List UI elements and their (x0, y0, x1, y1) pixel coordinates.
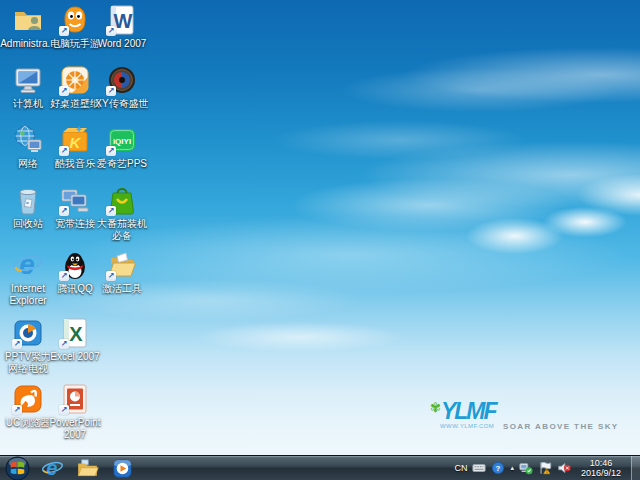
svg-text:e: e (46, 457, 57, 479)
clock-time: 10:46 (581, 458, 621, 468)
desktop-icon-word-2007[interactable]: W Word 2007 (99, 4, 145, 50)
svg-text:W: W (114, 10, 133, 32)
leaf-icon: ✾ (430, 400, 441, 415)
desktop-icon-tencent-qq[interactable]: 腾讯QQ (52, 249, 98, 295)
svg-text:iQIYI: iQIYI (113, 137, 131, 146)
action-center-flag-icon[interactable]: ! (538, 461, 552, 475)
icon-label: XY传奇盛世 (93, 98, 151, 110)
icon-label: 激活工具 (93, 283, 151, 295)
icon-label: Excel 2007 (46, 351, 104, 363)
desktop-icon-pptv[interactable]: PPTV聚力 网络电视 (5, 317, 51, 375)
desktop-icon-uc-browser[interactable]: UC浏览器 (5, 383, 51, 429)
word-document-icon: W (106, 4, 138, 36)
svg-text:K: K (70, 134, 82, 151)
folder-icon (76, 457, 99, 480)
taskbar-windows-explorer[interactable] (74, 456, 100, 480)
folder-user-icon (12, 4, 44, 36)
wallpaper-flower-icon (59, 64, 91, 96)
icon-label: 爱奇艺PPS (93, 158, 151, 170)
powerpoint-document-icon (59, 383, 91, 415)
icon-label: PowerPoint 2007 (46, 417, 104, 441)
desktop-icon-administrator-folder[interactable]: Administra... (5, 4, 51, 50)
desktop-icon-activation-tool[interactable]: 激活工具 (99, 249, 145, 295)
system-tray: CN ? ▴ ! 10:46 2016/9/12 (454, 456, 640, 480)
start-button[interactable] (5, 456, 30, 480)
desktop: Administra... 电脑玩手游 W Word 2007 计算机 好桌道壁… (0, 0, 640, 455)
taskbar-clock[interactable]: 10:46 2016/9/12 (576, 458, 626, 478)
language-indicator[interactable]: CN (454, 463, 467, 473)
desktop-icon-xy-legend-game[interactable]: XY传奇盛世 (99, 64, 145, 110)
taskbar-internet-explorer[interactable]: e (39, 456, 65, 480)
desktop-icon-game-monster[interactable]: 电脑玩手游 (52, 4, 98, 50)
green-bag-icon (106, 184, 138, 216)
broadband-monitors-icon (59, 184, 91, 216)
desktop-icon-haozhuodao-wallpaper[interactable]: 好桌道壁纸 (52, 64, 98, 110)
language-help-icon[interactable]: ? (491, 461, 505, 475)
desktop-icon-network[interactable]: 网络 (5, 124, 51, 170)
brand-text: YLMF (441, 398, 496, 424)
taskbar: e CN ? ▴ ! 10:46 2016/9/12 (0, 455, 640, 480)
desktop-icon-internet-explorer[interactable]: e Internet Explorer (5, 249, 51, 307)
keyboard-layout-icon[interactable] (472, 461, 486, 475)
kuwo-music-box-icon: K (59, 124, 91, 156)
desktop-icon-iqiyi-pps[interactable]: iQIYI 爱奇艺PPS (99, 124, 145, 170)
icon-label: Word 2007 (93, 38, 151, 50)
pptv-icon (12, 317, 44, 349)
desktop-icon-powerpoint-2007[interactable]: PowerPoint 2007 (52, 383, 98, 441)
internet-explorer-icon: e (41, 457, 64, 480)
excel-document-icon: X (59, 317, 91, 349)
volume-muted-icon[interactable] (557, 461, 571, 475)
clock-date: 2016/9/12 (581, 468, 621, 478)
show-desktop-button[interactable] (631, 456, 640, 480)
svg-text:X: X (69, 323, 83, 345)
desktop-icon-kuwo-music[interactable]: K 酷我音乐 (52, 124, 98, 170)
windows-orb-icon (5, 456, 30, 480)
uc-browser-squirrel-icon (12, 383, 44, 415)
taskbar-media-player[interactable] (109, 456, 135, 480)
internet-explorer-icon: e (12, 249, 44, 281)
desktop-icon-tomato-essentials[interactable]: 大番茄装机必备 (99, 184, 145, 242)
desktop-icon-recycle-bin[interactable]: 回收站 (5, 184, 51, 230)
computer-monitor-icon (12, 64, 44, 96)
ylmf-watermark: ✾YLMF WWW.YLMF.COM SOAR ABOVE THE SKY (430, 400, 635, 440)
icon-label: 大番茄装机必备 (93, 218, 151, 242)
svg-text:?: ? (496, 464, 501, 473)
desktop-icon-excel-2007[interactable]: X Excel 2007 (52, 317, 98, 363)
desktop-icon-broadband-connection[interactable]: 宽带连接 (52, 184, 98, 230)
show-hidden-icons-button[interactable]: ▴ (510, 464, 514, 472)
desktop-icon-computer[interactable]: 计算机 (5, 64, 51, 110)
recycle-bin-icon (12, 184, 44, 216)
network-status-icon[interactable] (519, 461, 533, 475)
media-player-icon (111, 457, 134, 480)
qq-penguin-icon (59, 249, 91, 281)
iqiyi-icon: iQIYI (106, 124, 138, 156)
xy-game-orb-icon (106, 64, 138, 96)
network-globe-icon (12, 124, 44, 156)
open-folder-icon (106, 249, 138, 281)
brand-tagline: SOAR ABOVE THE SKY (503, 422, 619, 431)
monster-game-icon (59, 4, 91, 36)
svg-text:e: e (19, 249, 35, 280)
